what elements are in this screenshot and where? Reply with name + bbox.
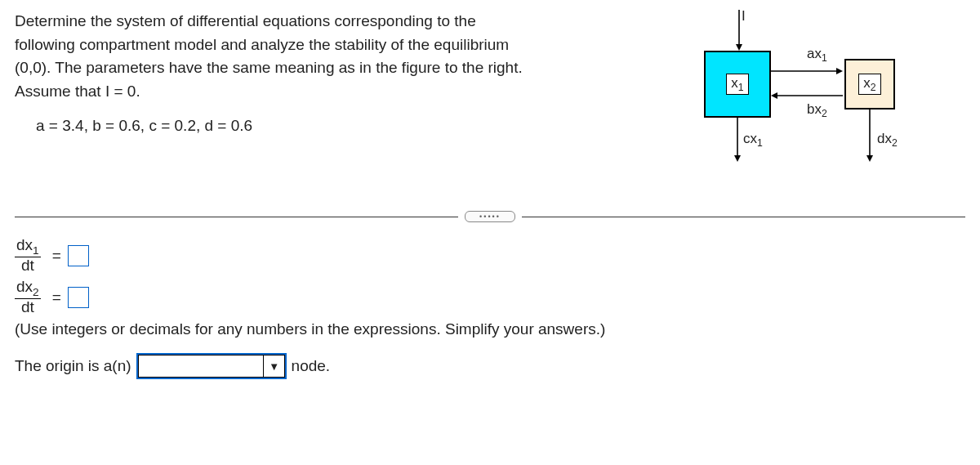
- compartment-x1: x1: [704, 51, 771, 118]
- parameter-values: a = 3.4, b = 0.6, c = 0.2, d = 0.6: [36, 114, 652, 138]
- label-bx2: bx2: [807, 101, 827, 119]
- equals-sign-2: =: [52, 288, 61, 306]
- divider-line-right: [522, 217, 965, 217]
- label-ax1: ax1: [807, 46, 827, 64]
- svg-marker-7: [734, 155, 741, 162]
- fraction-dx1-dt: dx1 dt: [15, 237, 41, 274]
- svg-marker-3: [836, 68, 843, 74]
- svg-marker-5: [771, 92, 777, 99]
- origin-type-dropdown[interactable]: ▼: [136, 353, 287, 379]
- arrow-I-in: [735, 10, 743, 52]
- problem-line-2: following compartment model and analyze …: [15, 34, 652, 57]
- divider-line-left: [15, 217, 458, 217]
- compartment-x2: x2: [844, 59, 895, 110]
- compartment-diagram: I x1 x2 ax1 bx2 cx1 dx2: [676, 10, 938, 190]
- origin-prefix: The origin is a(n): [15, 357, 131, 375]
- fraction-dx2-dt: dx2 dt: [15, 279, 41, 315]
- origin-suffix: node.: [292, 357, 331, 375]
- answer-hint: (Use integers or decimals for any number…: [15, 320, 965, 338]
- arrow-dx2: [866, 110, 874, 163]
- dx2-answer-input[interactable]: [68, 287, 89, 308]
- equation-dx2: dx2 dt =: [15, 279, 965, 315]
- problem-line-1: Determine the system of differential equ…: [15, 10, 652, 34]
- arrow-bx2: [771, 92, 844, 100]
- equation-dx1: dx1 dt =: [15, 237, 965, 274]
- arrow-ax1: [771, 67, 844, 75]
- problem-statement: Determine the system of differential equ…: [15, 10, 652, 138]
- equals-sign-1: =: [52, 247, 61, 265]
- problem-line-3: (0,0). The parameters have the same mean…: [15, 56, 652, 80]
- svg-marker-1: [736, 44, 742, 51]
- label-cx1: cx1: [743, 131, 763, 149]
- arrow-cx1: [733, 118, 742, 163]
- compartment-x2-label: x2: [858, 74, 880, 95]
- assume-line: Assume that I = 0.: [15, 80, 652, 104]
- svg-marker-9: [866, 155, 873, 162]
- chevron-down-icon: ▼: [263, 355, 285, 378]
- compartment-x1-label: x1: [726, 74, 748, 95]
- dx1-answer-input[interactable]: [68, 245, 89, 266]
- label-dx2: dx2: [877, 131, 898, 149]
- expander-button[interactable]: •••••: [465, 211, 515, 222]
- section-divider: •••••: [15, 211, 965, 222]
